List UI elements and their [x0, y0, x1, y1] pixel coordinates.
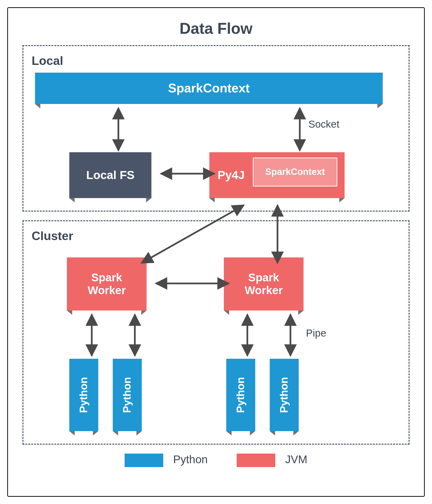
node-label: Local FS	[86, 168, 134, 182]
node-python-1: Python	[69, 359, 98, 431]
legend-label: JVM	[285, 453, 307, 466]
node-label: Python	[78, 377, 90, 413]
node-sparkcontext-python: SparkContext	[35, 73, 383, 104]
legend-item-python: Python	[125, 453, 208, 467]
legend-swatch-python	[125, 454, 163, 467]
legend-item-jvm: JVM	[237, 453, 307, 467]
zone-local: Local SparkContext Local FS Py4J SparkCo…	[22, 45, 410, 212]
zone-cluster: Cluster Spark Worker Spark Worker Python…	[22, 220, 410, 445]
edge-label-socket: Socket	[308, 118, 339, 130]
node-python-3: Python	[226, 359, 255, 431]
node-label: Spark Worker	[245, 271, 283, 297]
diagram-title: Data Flow	[22, 19, 410, 37]
diagram-frame: Data Flow Local SparkContext Local FS Py…	[7, 7, 425, 497]
edge-label-pipe: Pipe	[306, 327, 326, 339]
node-py4j: Py4J SparkContext	[209, 152, 345, 198]
node-label: Spark Worker	[88, 271, 126, 297]
node-python-4: Python	[270, 359, 299, 431]
node-label: Python	[235, 377, 247, 413]
node-label: Py4J	[217, 168, 245, 182]
node-label: SparkContext	[265, 167, 325, 177]
node-sparkcontext-jvm: SparkContext	[253, 158, 337, 187]
node-spark-worker-2: Spark Worker	[224, 257, 303, 311]
node-local-fs: Local FS	[69, 152, 151, 198]
legend-label: Python	[173, 453, 208, 466]
node-spark-worker-1: Spark Worker	[67, 257, 147, 311]
zone-cluster-label: Cluster	[32, 229, 402, 243]
node-python-2: Python	[113, 359, 142, 431]
node-label: Python	[278, 377, 291, 413]
legend-swatch-jvm	[237, 454, 275, 467]
legend: Python JVM	[22, 453, 410, 467]
zone-local-label: Local	[32, 54, 402, 68]
node-label: Python	[121, 377, 133, 413]
node-label: SparkContext	[168, 81, 250, 96]
